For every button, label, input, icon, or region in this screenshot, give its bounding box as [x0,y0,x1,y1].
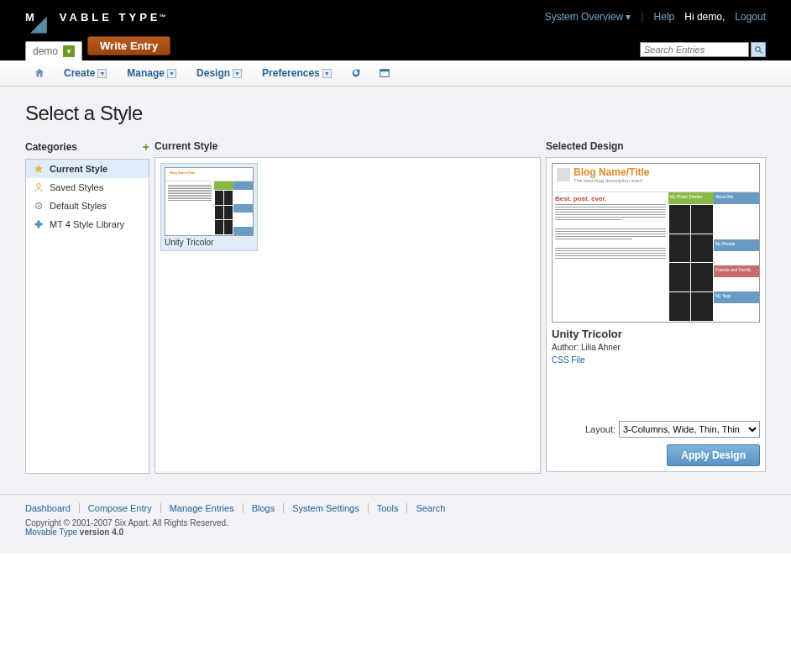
user-icon [33,181,45,193]
window-icon[interactable] [370,67,399,79]
user-greeting: Hi demo, [684,11,725,23]
svg-point-4 [37,184,41,188]
categories-heading: Categories [25,141,77,153]
footer-tools[interactable]: Tools [369,503,408,513]
nav-design[interactable]: Design▼ [186,60,252,86]
svg-rect-3 [380,70,390,72]
add-category-icon[interactable]: + [143,140,149,154]
svg-point-6 [38,205,39,207]
search-input[interactable] [640,42,749,57]
apply-design-button[interactable]: Apply Design [667,444,760,466]
logo[interactable]: M◢VABLE TYPE™ [25,5,166,29]
write-entry-button[interactable]: Write Entry [87,36,170,55]
star-icon [33,163,45,175]
help-link[interactable]: Help [654,11,675,23]
category-list: Current Style Saved Styles Default Style… [26,160,149,473]
page-title: Select a Style [25,102,766,125]
mt-link[interactable]: Movable Type [25,528,77,537]
css-file-link[interactable]: CSS File [552,355,760,365]
layout-label: Layout: [585,424,616,434]
nav-preferences[interactable]: Preferences▼ [252,60,342,86]
dropdown-icon: ▼ [63,45,75,57]
selected-design-author: Author: Lilia Ahner [552,343,760,352]
dropdown-icon: ▼ [322,69,332,78]
category-default-styles[interactable]: Default Styles [26,197,149,215]
system-overview-link[interactable]: System Overview ▾ [545,11,631,23]
logout-link[interactable]: Logout [735,11,766,23]
home-icon[interactable] [25,67,54,79]
style-thumbnail-label: Unity Tricolor [165,236,254,249]
footer-manage-entries[interactable]: Manage Entries [161,503,244,513]
search-icon [754,45,763,55]
svg-rect-8 [35,223,43,226]
footer: Dashboard Compose Entry Manage Entries B… [0,494,791,554]
nav-create[interactable]: Create▼ [54,60,117,86]
footer-blogs[interactable]: Blogs [244,503,285,513]
search-button[interactable] [751,42,766,57]
category-mt4-library[interactable]: MT 4 Style Library [26,215,149,234]
dropdown-icon: ▼ [167,69,176,78]
svg-line-1 [759,50,762,53]
main-content: Select a Style Categories + Current Styl… [0,87,791,494]
footer-compose[interactable]: Compose Entry [80,503,161,513]
nav-bar: Create▼ Manage▼ Design▼ Preferences▼ [0,60,791,87]
footer-system-settings[interactable]: System Settings [284,503,368,513]
layout-select[interactable]: 3-Columns, Wide, Thin, Thin [619,421,760,438]
plus-icon [33,218,45,230]
design-preview: Blog Name/Title The best blog descriptio… [552,163,760,323]
dropdown-icon: ▼ [97,69,107,78]
category-saved-styles[interactable]: Saved Styles [26,178,149,197]
copyright: Copyright © 2001-2007 Six Apart. All Rig… [25,518,766,528]
footer-dashboard[interactable]: Dashboard [25,503,80,513]
svg-point-0 [755,46,760,51]
current-style-heading: Current Style [155,140,217,152]
gear-icon [33,200,45,212]
category-current-style[interactable]: Current Style [26,160,149,178]
dropdown-icon: ▼ [233,69,242,78]
selected-design-name: Unity Tricolor [552,328,760,340]
blog-selector[interactable]: demo ▼ [25,41,82,60]
selected-design-heading: Selected Design [546,140,624,152]
version-text: version 4.0 [77,528,123,537]
nav-manage[interactable]: Manage▼ [117,60,186,86]
style-thumbnail[interactable]: Blog Name/Title [160,163,258,251]
footer-search[interactable]: Search [407,503,453,513]
top-bar: M◢VABLE TYPE™ System Overview ▾ | Help H… [0,0,791,60]
refresh-icon[interactable] [342,67,370,79]
